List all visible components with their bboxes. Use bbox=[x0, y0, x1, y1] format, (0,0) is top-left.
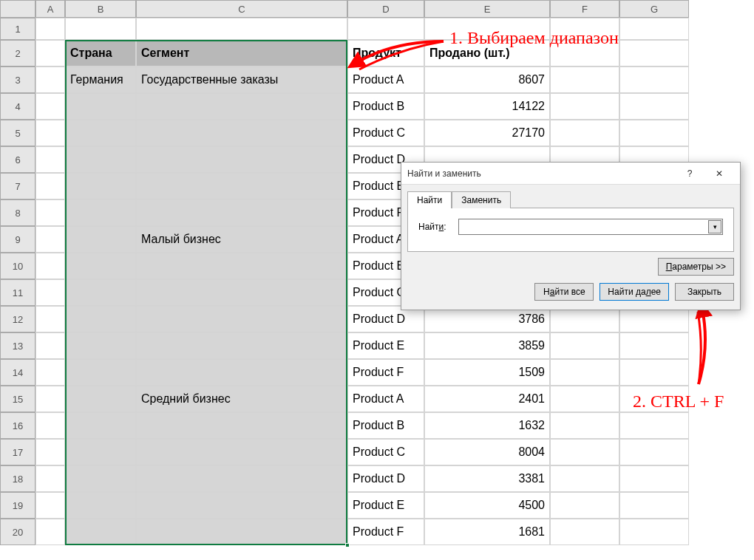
cell-E18[interactable]: 3381 bbox=[424, 465, 550, 492]
cell-D19[interactable]: Product E bbox=[347, 492, 424, 519]
cell-A13[interactable] bbox=[35, 332, 65, 359]
cell-A11[interactable] bbox=[35, 279, 65, 306]
cell-C6[interactable] bbox=[136, 146, 347, 173]
cell-F1[interactable] bbox=[550, 18, 619, 40]
cell-D5[interactable]: Product C bbox=[347, 120, 424, 146]
cell-G15[interactable] bbox=[619, 386, 689, 412]
cell-G13[interactable] bbox=[619, 332, 689, 359]
cell-A15[interactable] bbox=[35, 386, 65, 412]
cell-F4[interactable] bbox=[550, 93, 619, 120]
row-header-20[interactable]: 20 bbox=[0, 519, 35, 545]
cell-F13[interactable] bbox=[550, 332, 619, 359]
cell-B2[interactable]: Страна bbox=[65, 40, 136, 66]
row-header-12[interactable]: 12 bbox=[0, 306, 35, 332]
cell-B13[interactable] bbox=[65, 332, 136, 359]
cell-D15[interactable]: Product A bbox=[347, 386, 424, 412]
cell-A18[interactable] bbox=[35, 465, 65, 492]
cell-E15[interactable]: 2401 bbox=[424, 386, 550, 412]
cell-C9[interactable]: Малый бизнес bbox=[136, 226, 347, 253]
cell-C15[interactable]: Средний бизнес bbox=[136, 386, 347, 412]
cell-D2[interactable]: Продукт bbox=[347, 40, 424, 66]
cell-D4[interactable]: Product B bbox=[347, 93, 424, 120]
cell-G4[interactable] bbox=[619, 93, 689, 120]
cell-G2[interactable] bbox=[619, 40, 689, 66]
col-header-A[interactable]: A bbox=[35, 0, 65, 18]
dialog-close-icon[interactable]: ✕ bbox=[704, 163, 734, 184]
col-header-C[interactable]: C bbox=[136, 0, 347, 18]
cell-E3[interactable]: 8607 bbox=[424, 66, 550, 93]
cell-C1[interactable] bbox=[136, 18, 347, 40]
cell-D14[interactable]: Product F bbox=[347, 359, 424, 386]
cell-A7[interactable] bbox=[35, 173, 65, 199]
cell-E4[interactable]: 14122 bbox=[424, 93, 550, 120]
cell-G16[interactable] bbox=[619, 412, 689, 439]
cell-A4[interactable] bbox=[35, 93, 65, 120]
cell-A2[interactable] bbox=[35, 40, 65, 66]
row-header-1[interactable]: 1 bbox=[0, 18, 35, 40]
col-header-D[interactable]: D bbox=[347, 0, 424, 18]
cell-B4[interactable] bbox=[65, 93, 136, 120]
row-header-9[interactable]: 9 bbox=[0, 226, 35, 253]
cell-E14[interactable]: 1509 bbox=[424, 359, 550, 386]
cell-B11[interactable] bbox=[65, 279, 136, 306]
cell-A8[interactable] bbox=[35, 199, 65, 226]
cell-A17[interactable] bbox=[35, 439, 65, 465]
cell-C5[interactable] bbox=[136, 120, 347, 146]
row-header-2[interactable]: 2 bbox=[0, 40, 35, 66]
cell-G20[interactable] bbox=[619, 519, 689, 545]
cell-G17[interactable] bbox=[619, 439, 689, 465]
cell-E17[interactable]: 8004 bbox=[424, 439, 550, 465]
dropdown-icon[interactable]: ▾ bbox=[708, 220, 721, 233]
col-header-F[interactable]: F bbox=[550, 0, 619, 18]
cell-A14[interactable] bbox=[35, 359, 65, 386]
cell-A1[interactable] bbox=[35, 18, 65, 40]
cell-F3[interactable] bbox=[550, 66, 619, 93]
cell-C8[interactable] bbox=[136, 199, 347, 226]
cell-D16[interactable]: Product B bbox=[347, 412, 424, 439]
cell-F17[interactable] bbox=[550, 439, 619, 465]
cell-F16[interactable] bbox=[550, 412, 619, 439]
cell-C16[interactable] bbox=[136, 412, 347, 439]
cell-F19[interactable] bbox=[550, 492, 619, 519]
tab-replace[interactable]: Заменить bbox=[452, 191, 511, 208]
row-header-18[interactable]: 18 bbox=[0, 465, 35, 492]
cell-A19[interactable] bbox=[35, 492, 65, 519]
cell-C13[interactable] bbox=[136, 332, 347, 359]
cell-B20[interactable] bbox=[65, 519, 136, 545]
cell-C19[interactable] bbox=[136, 492, 347, 519]
cell-B6[interactable] bbox=[65, 146, 136, 173]
cell-C14[interactable] bbox=[136, 359, 347, 386]
row-header-14[interactable]: 14 bbox=[0, 359, 35, 386]
find-all-button[interactable]: Найти все bbox=[534, 283, 594, 301]
cell-C18[interactable] bbox=[136, 465, 347, 492]
find-input[interactable]: ▾ bbox=[458, 219, 723, 235]
cell-G3[interactable] bbox=[619, 66, 689, 93]
cell-D18[interactable]: Product D bbox=[347, 465, 424, 492]
cell-G19[interactable] bbox=[619, 492, 689, 519]
cell-A20[interactable] bbox=[35, 519, 65, 545]
row-header-11[interactable]: 11 bbox=[0, 279, 35, 306]
cell-A12[interactable] bbox=[35, 306, 65, 332]
tab-find[interactable]: Найти bbox=[407, 191, 452, 208]
cell-B7[interactable] bbox=[65, 173, 136, 199]
cell-A9[interactable] bbox=[35, 226, 65, 253]
row-header-16[interactable]: 16 bbox=[0, 412, 35, 439]
select-all-corner[interactable] bbox=[0, 0, 35, 18]
cell-B14[interactable] bbox=[65, 359, 136, 386]
params-button[interactable]: Параметры >> bbox=[658, 258, 734, 276]
cell-F15[interactable] bbox=[550, 386, 619, 412]
cell-B10[interactable] bbox=[65, 253, 136, 279]
cell-D20[interactable]: Product F bbox=[347, 519, 424, 545]
cell-B8[interactable] bbox=[65, 199, 136, 226]
row-header-10[interactable]: 10 bbox=[0, 253, 35, 279]
cell-E16[interactable]: 1632 bbox=[424, 412, 550, 439]
find-next-button[interactable]: Найти далее bbox=[600, 283, 669, 301]
cell-C3[interactable]: Государственные заказы bbox=[136, 66, 347, 93]
cell-E2[interactable]: Продано (шт.) bbox=[424, 40, 550, 66]
dialog-help-button[interactable]: ? bbox=[675, 163, 704, 184]
cell-A10[interactable] bbox=[35, 253, 65, 279]
cell-F2[interactable] bbox=[550, 40, 619, 66]
cell-B3[interactable]: Германия bbox=[65, 66, 136, 93]
cell-C17[interactable] bbox=[136, 439, 347, 465]
cell-G5[interactable] bbox=[619, 120, 689, 146]
